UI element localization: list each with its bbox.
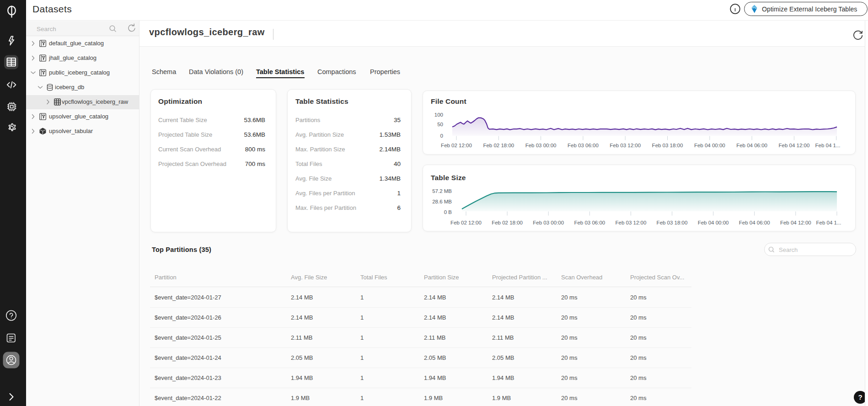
svg-text:Feb 04 12:00: Feb 04 12:00: [780, 220, 811, 225]
svg-text:100: 100: [434, 112, 443, 118]
svg-text:Feb 04 12:00: Feb 04 12:00: [779, 143, 810, 148]
svg-text:Feb 03 18:00: Feb 03 18:00: [652, 143, 683, 148]
svg-text:Feb 02 18:00: Feb 02 18:00: [492, 220, 523, 225]
svg-text:Feb 04 06:00: Feb 04 06:00: [736, 143, 767, 148]
svg-text:57.2 MB: 57.2 MB: [432, 188, 452, 194]
svg-text:0: 0: [440, 133, 443, 139]
svg-text:Feb 04 1...: Feb 04 1...: [815, 143, 841, 148]
svg-text:Feb 03 00:00: Feb 03 00:00: [533, 220, 564, 225]
svg-text:Feb 03 12:00: Feb 03 12:00: [610, 143, 641, 148]
svg-text:Feb 03 06:00: Feb 03 06:00: [574, 220, 605, 225]
svg-text:Feb 04 00:00: Feb 04 00:00: [694, 143, 725, 148]
svg-text:50: 50: [437, 122, 443, 127]
svg-text:Feb 02 12:00: Feb 02 12:00: [450, 220, 482, 225]
svg-text:Feb 04 06:00: Feb 04 06:00: [739, 220, 770, 225]
svg-text:Feb 04 00:00: Feb 04 00:00: [698, 220, 729, 225]
svg-text:Feb 02 18:00: Feb 02 18:00: [483, 143, 514, 148]
svg-text:Feb 02 12:00: Feb 02 12:00: [441, 143, 472, 148]
svg-text:0 B: 0 B: [444, 209, 452, 215]
svg-text:Feb 03 06:00: Feb 03 06:00: [568, 143, 599, 148]
svg-text:Feb 04 1...: Feb 04 1...: [816, 220, 841, 225]
svg-text:Feb 03 18:00: Feb 03 18:00: [657, 220, 688, 225]
svg-text:28.6 MB: 28.6 MB: [432, 199, 452, 204]
svg-text:Feb 03 12:00: Feb 03 12:00: [616, 220, 647, 225]
svg-text:Feb 03 00:00: Feb 03 00:00: [525, 143, 557, 148]
